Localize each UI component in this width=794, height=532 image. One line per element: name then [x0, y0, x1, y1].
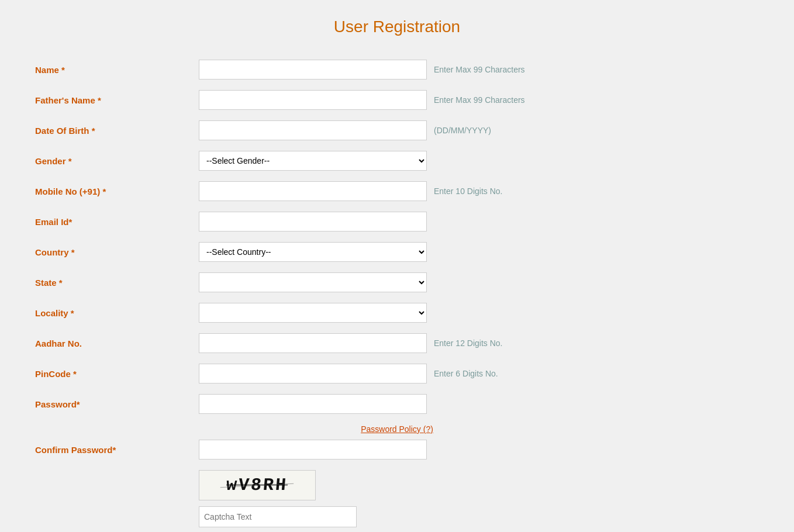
aadhar-row: Aadhar No. Enter 12 Digits No.: [35, 333, 759, 353]
mobile-label: Mobile No (+91) *: [35, 186, 199, 196]
locality-select[interactable]: [199, 303, 427, 323]
pincode-label: PinCode *: [35, 369, 199, 379]
confirm-password-label: Confirm Password*: [35, 445, 199, 455]
dob-hint: (DD/MM/YYYY): [434, 126, 491, 135]
confirm-password-row: Confirm Password*: [35, 440, 759, 460]
captcha-display-text: wV8RH: [226, 475, 289, 495]
name-label: Name *: [35, 65, 199, 75]
country-select[interactable]: --Select Country-- India: [199, 242, 427, 262]
page-title: User Registration: [35, 18, 759, 36]
name-input[interactable]: [199, 60, 427, 80]
fathers-name-input[interactable]: [199, 90, 427, 110]
state-select[interactable]: [199, 272, 427, 292]
email-input[interactable]: [199, 212, 427, 232]
dob-label: Date Of Birth *: [35, 126, 199, 136]
confirm-password-input[interactable]: [199, 440, 427, 460]
dob-input[interactable]: [199, 120, 427, 140]
password-input[interactable]: [199, 394, 427, 414]
locality-label: Locality *: [35, 308, 199, 318]
country-label: Country *: [35, 247, 199, 257]
state-row: State *: [35, 272, 759, 292]
aadhar-hint: Enter 12 Digits No.: [434, 338, 503, 348]
fathers-name-label: Father's Name *: [35, 95, 199, 105]
locality-row: Locality *: [35, 303, 759, 323]
aadhar-label: Aadhar No.: [35, 338, 199, 348]
password-policy-link[interactable]: Password Policy (?): [361, 424, 433, 434]
mobile-input[interactable]: [199, 181, 427, 201]
email-label: Email Id*: [35, 217, 199, 227]
pincode-row: PinCode * Enter 6 Digits No.: [35, 364, 759, 384]
gender-row: Gender * --Select Gender-- Male Female O…: [35, 151, 759, 171]
captcha-input[interactable]: [199, 506, 357, 527]
email-row: Email Id*: [35, 212, 759, 232]
captcha-image: wV8RH: [199, 470, 316, 500]
page-wrapper: User Registration Name * Enter Max 99 Ch…: [0, 0, 794, 532]
fathers-name-row: Father's Name * Enter Max 99 Characters: [35, 90, 759, 110]
gender-label: Gender *: [35, 156, 199, 166]
dob-row: Date Of Birth * (DD/MM/YYYY): [35, 120, 759, 140]
state-label: State *: [35, 278, 199, 288]
name-row: Name * Enter Max 99 Characters: [35, 60, 759, 80]
form-container: Name * Enter Max 99 Characters Father's …: [35, 60, 759, 527]
password-policy-row: Password Policy (?): [35, 424, 759, 434]
password-row: Password*: [35, 394, 759, 414]
pincode-hint: Enter 6 Digits No.: [434, 369, 498, 378]
password-label: Password*: [35, 399, 199, 409]
aadhar-input[interactable]: [199, 333, 427, 353]
name-hint: Enter Max 99 Characters: [434, 65, 525, 74]
gender-select[interactable]: --Select Gender-- Male Female Other: [199, 151, 427, 171]
fathers-name-hint: Enter Max 99 Characters: [434, 95, 525, 105]
mobile-row: Mobile No (+91) * Enter 10 Digits No.: [35, 181, 759, 201]
pincode-input[interactable]: [199, 364, 427, 384]
mobile-hint: Enter 10 Digits No.: [434, 186, 503, 196]
country-row: Country * --Select Country-- India: [35, 242, 759, 262]
captcha-section: wV8RH: [35, 470, 759, 527]
